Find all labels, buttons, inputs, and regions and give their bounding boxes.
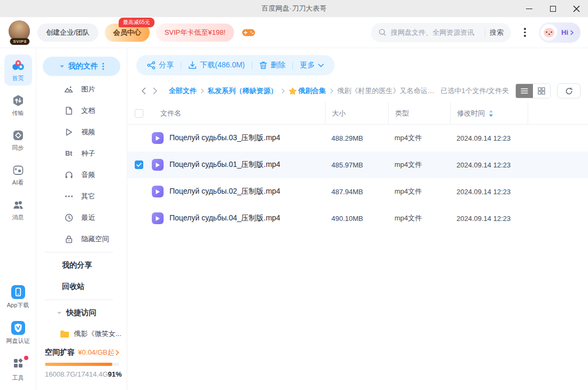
table-row-selected[interactable]: Поцелуй судьбы.01_压制版.mp4 485.97MB mp4文件…	[127, 151, 588, 178]
video-file-icon	[152, 212, 164, 224]
file-name: Поцелуй судьбы.03_压制版.mp4	[169, 133, 280, 143]
my-files-item[interactable]: 我的文件	[43, 57, 120, 76]
discount-badge: 最高减65元	[119, 18, 154, 27]
video-file-icon	[152, 159, 164, 171]
grid-view-button[interactable]	[533, 84, 550, 98]
trash-icon	[259, 61, 267, 70]
breadcrumb: 全部文件 私发系列（稀缺资源） 俄剧合集 俄剧《村里的医生》又名命运之吻	[169, 86, 440, 96]
action-toolbar: 分享 下载(486.0M) 删除 更多	[136, 55, 335, 75]
caret-down-icon	[59, 65, 65, 68]
bt-icon: Bt	[65, 150, 72, 157]
tree-item-others[interactable]: 其它	[36, 186, 127, 207]
nav-item-sync[interactable]: 同步	[4, 125, 32, 155]
tree-item-recent[interactable]: 最近	[36, 207, 127, 228]
breadcrumb-collection[interactable]: 俄剧合集	[289, 86, 326, 96]
nav-item-verification[interactable]: 网盘认证	[4, 317, 32, 348]
breadcrumb-all-files[interactable]: 全部文件	[169, 86, 197, 96]
tools-icon	[12, 357, 25, 370]
tree-item-pictures[interactable]: 图片	[36, 79, 127, 100]
close-icon	[573, 5, 580, 12]
svip-promo-button[interactable]: SVIP年卡低至¥198!	[156, 24, 234, 42]
videos-icon	[65, 128, 73, 136]
tree-item-torrents[interactable]: Bt 种子	[36, 143, 127, 164]
tree-item-audio[interactable]: 音频	[36, 164, 127, 186]
file-type: mp4文件	[388, 160, 450, 170]
maximize-button[interactable]	[541, 0, 564, 17]
breadcrumb-separator	[200, 88, 204, 94]
member-center-label: 会员中心	[113, 28, 141, 37]
create-team-button[interactable]: 创建企业/团队	[37, 24, 98, 42]
column-header-modified[interactable]: 修改时间	[450, 102, 528, 124]
assistant-avatar	[540, 24, 558, 42]
table-header: 文件名 大小 类型 修改时间	[127, 102, 588, 125]
more-button[interactable]: 更多	[300, 60, 324, 70]
quick-folder-item[interactable]: 俄影《微笑女...	[36, 324, 127, 344]
nav-label-home: 首页	[12, 74, 24, 82]
column-header-type[interactable]: 类型	[388, 102, 450, 124]
file-size: 487.94MB	[325, 188, 388, 196]
search-box[interactable]: 搜索	[371, 23, 511, 42]
table-row[interactable]: Поцелуй судьбы.03_压制版.mp4 488.29MB mp4文件…	[127, 125, 588, 151]
file-name: Поцелуй судьбы.04_压制版.mp4	[169, 213, 280, 223]
kebab-menu-icon[interactable]	[102, 63, 104, 70]
nav-item-app-download[interactable]: App下载	[4, 281, 32, 312]
storage-percent: 91%	[108, 370, 122, 378]
column-header-size[interactable]: 大小	[325, 102, 388, 124]
title-bar: 百度网盘·刀刀大表哥	[0, 0, 588, 17]
table-row[interactable]: Поцелуй судьбы.02_压制版.mp4 487.94MB mp4文件…	[127, 178, 588, 205]
tree-item-my-share[interactable]: 我的分享	[36, 255, 127, 276]
row-checkbox-checked[interactable]	[135, 160, 143, 169]
lock-icon	[65, 235, 73, 243]
nav-label-verification: 网盘认证	[6, 337, 30, 345]
tree-item-recycle-bin[interactable]: 回收站	[36, 276, 127, 297]
user-avatar[interactable]: SVIP8	[9, 20, 31, 45]
svip-badge: SVIP8	[10, 38, 29, 45]
download-button[interactable]: 下载(486.0M)	[188, 60, 245, 70]
quick-access-item[interactable]: 快捷访问	[36, 302, 127, 324]
back-button[interactable]	[138, 87, 150, 95]
nav-item-transfer[interactable]: 传输	[4, 90, 32, 120]
close-button[interactable]	[564, 0, 588, 17]
minimize-button[interactable]	[517, 0, 541, 17]
nav-label-sync: 同步	[12, 144, 24, 152]
verification-icon	[11, 321, 25, 335]
member-center-button[interactable]: 会员中心 最高减65元	[105, 24, 150, 42]
search-divider	[485, 29, 485, 36]
search-button[interactable]: 搜索	[490, 28, 504, 37]
tree-item-hidden-space[interactable]: 隐藏空间	[36, 228, 127, 250]
storage-usage-text: 16008.7G/17414.4G91%	[45, 370, 119, 378]
breadcrumb-separator	[330, 88, 334, 94]
nav-label-messages: 消息	[12, 213, 24, 221]
table-row[interactable]: Поцелуй судьбы.04_压制版.mp4 490.10MB mp4文件…	[127, 205, 588, 232]
divider	[292, 62, 293, 69]
nav-item-ai-view[interactable]: AI看	[4, 160, 32, 190]
more-menu-button[interactable]	[517, 23, 532, 42]
forward-button[interactable]	[150, 87, 161, 95]
file-size: 490.10MB	[325, 215, 388, 223]
search-input[interactable]	[391, 28, 481, 36]
divider	[181, 62, 181, 69]
gamepad-icon[interactable]	[242, 27, 256, 38]
chevron-right-icon	[570, 30, 574, 35]
storage-progress-bar	[45, 363, 119, 366]
list-view-button[interactable]	[516, 84, 533, 98]
select-all-checkbox[interactable]	[135, 109, 143, 118]
nav-item-home[interactable]: 首页	[4, 55, 32, 86]
column-header-name[interactable]: 文件名	[152, 102, 325, 124]
notification-dot	[24, 356, 28, 360]
tree-item-documents[interactable]: 文档	[36, 100, 127, 121]
breadcrumb-series[interactable]: 私发系列（稀缺资源）	[208, 86, 277, 96]
storage-price-link[interactable]: ¥0.04/GB起	[78, 348, 119, 357]
caret-down-icon	[57, 311, 62, 315]
share-button[interactable]: 分享	[147, 60, 174, 70]
my-files-label: 我的文件	[68, 62, 98, 71]
assistant-button[interactable]: Hi	[539, 22, 581, 43]
nav-item-tools[interactable]: 工具	[4, 353, 32, 385]
delete-button[interactable]: 删除	[259, 60, 285, 70]
tree-item-videos[interactable]: 视频	[36, 121, 127, 143]
sync-icon	[12, 129, 25, 142]
download-icon	[188, 61, 197, 70]
breadcrumb-current: 俄剧《村里的医生》又名命运之吻	[337, 86, 440, 96]
nav-item-messages[interactable]: 消息	[4, 195, 32, 225]
refresh-button[interactable]	[557, 83, 581, 98]
